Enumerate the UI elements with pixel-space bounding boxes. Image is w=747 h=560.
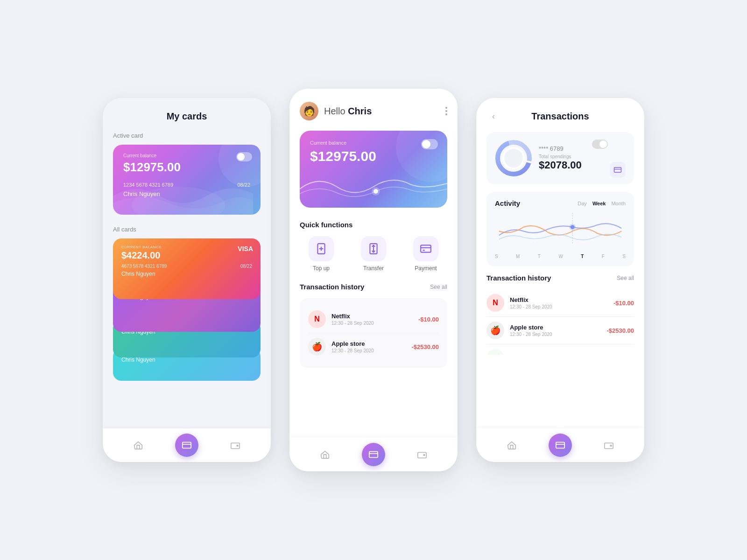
home-nav-middle[interactable] — [318, 448, 331, 461]
wallet-nav-icon[interactable] — [229, 439, 242, 452]
card1-label: CURRENT BALANCE — [121, 245, 252, 249]
svg-rect-0 — [183, 442, 191, 448]
left-screen-content: My cards Active card Current balance $12… — [103, 98, 271, 462]
right-netflix-info: Netflix 12:30 - 28 Sep 2020 — [510, 296, 608, 309]
svg-point-26 — [610, 445, 612, 447]
card1-amount: $4224.00 — [121, 250, 252, 261]
right-tx-netflix[interactable]: N Netflix 12:30 - 28 Sep 2020 -$10.00 — [486, 289, 634, 317]
active-card-label: Active card — [113, 132, 261, 139]
user-name: Chris — [348, 106, 372, 116]
apple-info: Apple store 12:30 - 28 Sep 2020 — [331, 340, 406, 353]
hero-balance-label: Current balance — [310, 140, 437, 146]
phone-frame-middle: 🧑 Hello Chris Current balance $12975.00 — [289, 89, 458, 471]
wallet-nav-right[interactable] — [602, 439, 615, 452]
chart-day-s2: S — [622, 254, 626, 259]
qf-payment[interactable]: Payment — [404, 236, 447, 272]
card-toggle-right[interactable] — [592, 140, 608, 149]
cards-nav-middle-active[interactable] — [362, 443, 385, 466]
transactions-header: ‹ Transactions — [486, 111, 634, 122]
all-cards-label: All cards — [113, 226, 261, 233]
activity-chart — [495, 213, 626, 250]
right-netflix-amount: -$10.00 — [613, 300, 634, 307]
activity-tab-day[interactable]: Day — [578, 201, 587, 206]
card-summary: **** 6789 Total spendings $2078.00 — [486, 132, 634, 184]
tx-netflix[interactable]: N Netflix 12:30 - 28 Sep 2020 -$10.00 — [308, 306, 439, 333]
topup-label: Top up — [313, 265, 330, 272]
netflix-info: Netflix 12:30 - 28 Sep 2020 — [331, 313, 413, 326]
stacked-card-1[interactable]: CURRENT BALANCE $4224.00 VISA 4673 5678 … — [113, 238, 261, 299]
middle-screen-content: 🧑 Hello Chris Current balance $12975.00 — [289, 89, 458, 471]
svg-rect-24 — [556, 442, 564, 448]
activity-tab-week[interactable]: Week — [592, 201, 606, 206]
svg-point-2 — [237, 445, 238, 447]
card1-expiry: 08/22 — [240, 264, 252, 269]
bottom-nav-left — [103, 428, 271, 462]
hero-card: Current balance $12975.00 — [300, 131, 447, 208]
payment-icon — [413, 236, 438, 261]
bottom-nav-middle — [289, 438, 458, 471]
wallet-nav-middle[interactable] — [416, 448, 429, 461]
right-tx-section: Transaction history See all N Netflix 12… — [486, 274, 634, 355]
hero-toggle-knob — [422, 140, 430, 148]
donut-svg — [495, 140, 532, 177]
svg-rect-19 — [614, 168, 621, 173]
tx-apple[interactable]: 🍎 Apple store 12:30 - 28 Sep 2020 -$2530… — [308, 333, 439, 360]
back-button[interactable]: ‹ — [486, 110, 500, 124]
qf-topup[interactable]: Top up — [300, 236, 343, 272]
right-apple-name: Apple store — [510, 324, 601, 331]
right-apple-logo: 🍎 — [486, 322, 504, 339]
avatar: 🧑 — [300, 102, 318, 120]
card-last4: **** 6789 — [539, 145, 564, 152]
cards-nav-right-active[interactable] — [549, 434, 572, 457]
total-spendings-label: Total spendings — [539, 154, 626, 159]
right-netflix-logo: N — [486, 294, 504, 312]
chart-day-t2: T — [581, 254, 584, 259]
right-tx-apple[interactable]: 🍎 Apple store 12:30 - 28 Sep 2020 -$2530… — [486, 317, 634, 344]
topup-icon — [309, 236, 334, 261]
switch-card-button[interactable] — [610, 162, 626, 178]
right-apple-amount: -$2530.00 — [606, 327, 634, 334]
hello-left: 🧑 Hello Chris — [300, 102, 372, 120]
apple-name: Apple store — [331, 340, 406, 347]
hero-wave-svg — [300, 166, 447, 208]
greeting-text: Hello — [324, 106, 348, 116]
home-nav-right[interactable] — [505, 439, 518, 452]
home-nav-icon[interactable] — [132, 439, 145, 452]
hero-toggle[interactable] — [421, 139, 438, 149]
cards-nav-icon-active[interactable] — [175, 434, 198, 457]
transactions-title: Transactions — [531, 111, 589, 122]
active-card[interactable]: Current balance $12975.00 1234 5678 4321… — [113, 145, 261, 215]
active-card-toggle[interactable] — [236, 152, 252, 161]
card1-brand: VISA — [238, 245, 253, 252]
chart-day-t1: T — [538, 254, 541, 259]
donut-chart — [495, 140, 532, 177]
right-netflix-name: Netflix — [510, 296, 608, 303]
tx-see-all[interactable]: See all — [430, 284, 447, 290]
activity-section: Activity Day Week Month — [486, 192, 634, 266]
tx-header: Transaction history See all — [300, 283, 447, 291]
hero-balance: $12975.00 — [310, 148, 437, 164]
right-apple-info: Apple store 12:30 - 28 Sep 2020 — [510, 324, 601, 337]
netflix-name: Netflix — [331, 313, 413, 320]
tx-title: Transaction history — [300, 283, 364, 291]
apple-amount: -$2530.00 — [411, 343, 439, 350]
active-card-balance-label: Current balance — [123, 153, 250, 158]
tx-card-list: N Netflix 12:30 - 28 Sep 2020 -$10.00 🍎 — [300, 298, 447, 368]
apple-logo: 🍎 — [308, 338, 326, 356]
svg-point-22 — [569, 224, 576, 231]
phone-frame-right: ‹ Transactions — [476, 98, 644, 462]
apple-date: 12:30 - 28 Sep 2020 — [331, 348, 406, 353]
more-options-icon[interactable] — [445, 107, 447, 115]
right-tx-partial: 🛒 — [486, 344, 634, 355]
activity-tab-month[interactable]: Month — [611, 201, 626, 206]
svg-point-14 — [423, 455, 425, 456]
payment-label: Payment — [415, 265, 437, 272]
right-apple-date: 12:30 - 28 Sep 2020 — [510, 332, 601, 337]
svg-point-3 — [372, 187, 380, 196]
bottom-nav-right — [476, 428, 644, 462]
qf-transfer[interactable]: Transfer — [352, 236, 395, 272]
right-tx-see-all[interactable]: See all — [617, 275, 634, 281]
transfer-label: Transfer — [363, 265, 384, 272]
netflix-date: 12:30 - 28 Sep 2020 — [331, 321, 413, 326]
chart-day-s1: S — [495, 254, 498, 259]
